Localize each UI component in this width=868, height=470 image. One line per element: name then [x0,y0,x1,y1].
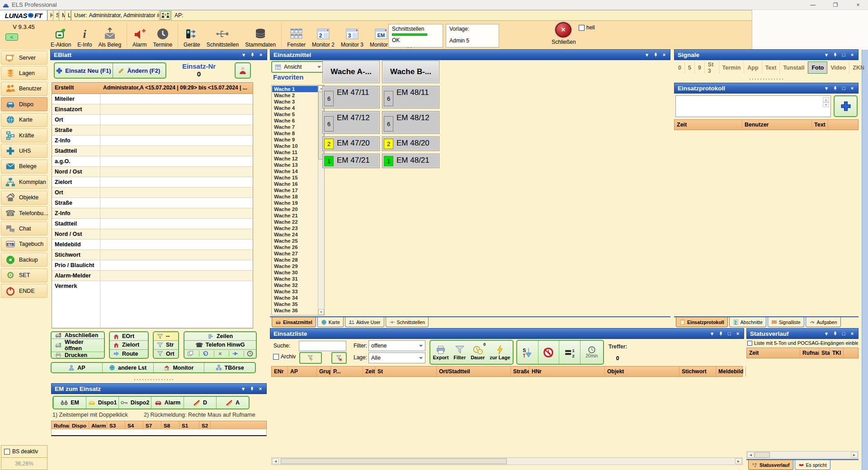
em-unit-button[interactable]: 2 EM 48/20 [382,136,439,151]
menu-icon[interactable]: ▾ [823,330,830,337]
hell-checkbox[interactable] [579,25,585,31]
splitter-handle[interactable] [748,78,784,80]
signale-filter-button[interactable]: App [744,61,762,74]
einsatzliste-column-header[interactable]: Straße/Zusatz [511,367,529,376]
sidebar-item[interactable]: Chat [1,221,47,235]
wache-list-item[interactable]: Wache 18 [272,193,318,200]
zielort-button[interactable]: Zielort [110,340,148,349]
panel-tab[interactable]: Signalliste [768,317,804,327]
overdue-button[interactable] [538,341,559,364]
panel-tab[interactable]: Einsatzprotokoll [676,317,728,327]
field-value[interactable] [100,260,253,270]
sidebar-item[interactable]: Kräfte [1,128,47,142]
sidebar-item[interactable]: ETB Tagebuch [1,237,47,251]
signale-filter-button[interactable]: Video [827,61,849,74]
filter-str-button[interactable]: Str [154,340,178,349]
signale-filter-button[interactable]: Tunstall [780,61,808,74]
toolbar-button[interactable]: 3 Monitor 3 [338,23,367,48]
emze-column-header[interactable]: Dispo [70,421,89,430]
menu-icon[interactable]: ▾ [643,51,651,58]
einsatzliste-column-header[interactable]: HNr [529,367,605,376]
protokoll-column-header[interactable]: Benutzer [742,120,812,130]
wache-list-item[interactable]: Wache 16 [272,181,318,187]
toolbar-button[interactable]: Termine [150,23,175,48]
dauer-button[interactable]: 0Dauer [471,345,485,360]
filter-dropdown[interactable]: offene [368,340,425,351]
field-value[interactable] [100,188,253,197]
em-unit-button[interactable]: 6 EM 47/12 [322,111,380,134]
sidebar-item[interactable]: ☎ Telefonbu... [1,206,47,220]
zur-lage-button[interactable]: zur Lage [490,345,510,360]
pin-icon[interactable] [831,330,839,337]
signale-filter-button[interactable]: Termin [719,61,745,74]
field-value[interactable] [100,198,253,208]
scroll-right-arrow[interactable]: ▶ [735,458,742,464]
einsatzliste-column-header[interactable]: St [375,367,437,376]
wache-list-item[interactable]: Wache 22 [272,219,318,225]
toolbar-button[interactable]: Stammdaten [242,23,279,48]
field-value[interactable] [100,229,253,239]
signale-filter-button[interactable]: ZKN [849,61,868,74]
sidebar-item[interactable]: Benutzer [1,82,47,96]
miteiler-person-button[interactable] [235,62,251,79]
user-swap-icon[interactable] [160,11,170,20]
sidebar-item[interactable]: Dispo [1,97,47,111]
einsatzliste-column-header[interactable]: Objekt [605,367,679,376]
signale-filter-button[interactable]: Text [762,61,780,74]
toolbar-button[interactable]: Als Beleg [95,23,124,48]
field-value[interactable] [100,136,253,146]
statusverlauf-hscrollbar[interactable]: ◀ ▶ [746,451,859,459]
em-unit-button[interactable]: 6 EM 48/11 [382,86,439,108]
forward-button[interactable] [229,351,241,357]
einsatzliste-column-header[interactable]: Stichwort [679,367,716,376]
panel-tab[interactable]: Es spricht [795,460,830,470]
telefon-hinwg-button[interactable]: ☎Telefon HinwG [184,340,256,349]
wache-list-item[interactable]: Wache 6 [272,118,318,124]
sort-st-button[interactable]: ST [517,341,538,364]
sidebar-item[interactable]: Kommplan [1,175,47,189]
pin-icon[interactable] [249,51,256,58]
wache-list-item[interactable]: Wache 9 [272,136,318,143]
wache-list-item[interactable]: Wache 12 [272,155,318,162]
emze-toolbar-button[interactable]: A [216,397,249,409]
wache-list-item[interactable]: Wache 4 [272,105,318,111]
wache-list-item[interactable]: Wache 36 [272,307,318,314]
export-button[interactable]: Export [433,345,448,360]
wache-list-item[interactable]: Wache 25 [272,238,318,244]
field-value[interactable] [100,281,253,328]
wache-list-item[interactable]: Wache 17 [272,187,318,193]
wache-list-item[interactable]: Wache 34 [272,295,318,301]
sidebar-item[interactable]: Server [1,51,47,65]
menu-icon[interactable]: ▾ [240,51,247,58]
protokoll-add-button[interactable] [834,95,858,117]
maximize-icon[interactable]: □ [840,85,847,92]
close-icon[interactable]: × [849,330,856,337]
panel-tab[interactable]: Schnittstellen [386,317,429,327]
menu-icon[interactable]: ▾ [708,330,716,337]
menu-icon[interactable]: ▾ [823,85,830,92]
protokoll-column-header[interactable]: Zeit [675,120,742,130]
lage-dropdown[interactable]: Alle [368,352,425,363]
scroll-right-arrow[interactable]: ▶ [851,452,858,458]
einsatzliste-column-header[interactable]: ENr [272,367,288,376]
signale-filter-button[interactable]: St 3 [705,61,719,74]
sidebar-item[interactable]: Karte [1,113,47,127]
close-button[interactable]: × [848,0,868,10]
filter-none-button[interactable]: -- [154,332,178,340]
sidebar-item[interactable]: Lagen [1,66,47,80]
wache-list-item[interactable]: Wache 10 [272,143,318,149]
zeilen-button[interactable]: Zeilen [184,332,256,340]
tboerse-button[interactable]: TBörse [204,363,255,372]
menu-icon[interactable]: ▾ [823,51,830,58]
wache-list-item[interactable]: Wache 35 [272,301,318,307]
monitor-button[interactable]: Monitor [153,363,204,372]
undo-button[interactable] [199,351,211,357]
field-value[interactable] [100,104,253,114]
einsatzliste-column-header[interactable]: Ort/Stadtteil [437,367,511,376]
wache-list-item[interactable]: Wache 19 [272,200,318,206]
user-switch-box[interactable] [160,10,171,20]
panel-tab[interactable]: Einsatzmittel [272,317,316,327]
wache-list-item[interactable]: Wache 21 [272,212,318,219]
wache-list-item[interactable]: Wache 28 [272,257,318,263]
einsatzliste-column-header[interactable]: Gruppe [317,367,331,376]
